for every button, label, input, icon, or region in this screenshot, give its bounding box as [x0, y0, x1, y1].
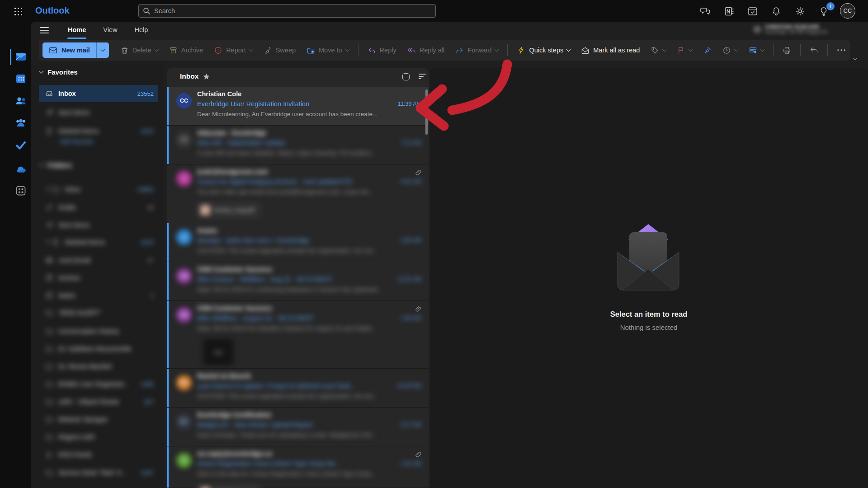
- search-box[interactable]: [138, 4, 436, 18]
- add-favorite-link[interactable]: Add favorite: [60, 138, 94, 145]
- folder-item[interactable]: Dr. Kathleen Mussomelle: [39, 341, 158, 357]
- attachment-image[interactable]: rbr: [203, 339, 233, 365]
- folder-item[interactable]: LMS - URport Roster327: [39, 394, 158, 409]
- sidebar-item-sent[interactable]: Sent Items: [39, 105, 158, 120]
- todo-check-icon[interactable]: [15, 139, 27, 151]
- folder-item[interactable]: Inbox23552: [39, 182, 158, 197]
- avatar: CS: [176, 268, 192, 284]
- app-launcher-icon[interactable]: [14, 7, 23, 16]
- folder-item[interactable]: Notes3: [39, 288, 158, 303]
- message-subject: Everbridge User Registration Invitation: [197, 100, 387, 108]
- more-apps-icon[interactable]: [15, 185, 27, 197]
- chat-icon[interactable]: [700, 6, 711, 17]
- flag-button[interactable]: [672, 42, 697, 58]
- forward-button[interactable]: Forward: [450, 42, 503, 58]
- message-sender: CNN Customer Success: [197, 266, 378, 273]
- print-button[interactable]: [778, 42, 796, 58]
- favorite-star-icon[interactable]: [203, 73, 210, 80]
- message-row[interactable]: CC Christian Cole Everbridge User Regist…: [167, 87, 429, 126]
- new-mail-button[interactable]: New mail: [42, 42, 109, 58]
- paperclip-icon: [415, 451, 422, 458]
- folder-item[interactable]: Conversation History: [39, 324, 158, 339]
- archive-icon: [45, 274, 53, 282]
- command-bar: New mail Delete Archive Report Sweep Mov…: [39, 40, 850, 61]
- rail-active-indicator: [10, 49, 11, 65]
- account-storage-info[interactable]: CHRISTIAN YEAR-END Everbridge 145 MB Fla…: [753, 24, 844, 34]
- collapse-ribbon-icon[interactable]: [854, 53, 857, 61]
- reply-label: Reply: [380, 47, 396, 54]
- reply-button[interactable]: Reply: [363, 42, 401, 58]
- folder-item[interactable]: RSS Feeds: [39, 447, 158, 462]
- message-row[interactable]: J jrodr@hostgroom.com Invoice for digita…: [167, 164, 429, 223]
- folder-item[interactable]: Archive: [39, 270, 158, 286]
- new-mail-dropdown[interactable]: [97, 50, 109, 51]
- message-row[interactable]: RA Rachel at Absorb Last chance to regis…: [167, 369, 429, 408]
- message-row[interactable]: AE Atlassian - Everbridge New HR - Stake…: [167, 126, 429, 164]
- message-row[interactable]: A Asana Monday - tasks due soon + Everbr…: [167, 223, 429, 262]
- scrollbar[interactable]: [425, 89, 428, 135]
- search-input[interactable]: [138, 4, 436, 18]
- message-row[interactable]: CS CNN Customer Success EBU Wildfires - …: [167, 301, 429, 369]
- filter-icon[interactable]: [419, 74, 426, 80]
- people-icon[interactable]: [15, 95, 27, 107]
- archive-button[interactable]: Archive: [164, 42, 208, 58]
- favorites-label: Favorites: [47, 68, 78, 76]
- folder-item[interactable]: EHMG User Registrati...2195: [39, 376, 158, 392]
- folder-icon: [52, 185, 60, 193]
- message-row[interactable]: EC Everbridge Certification BadgeCert - …: [167, 408, 429, 446]
- sidebar-item-deleted[interactable]: Deleted Items 2370: [39, 123, 158, 139]
- folder-item[interactable]: Deleted Items2370: [39, 235, 158, 250]
- rules-table-gear-icon: [749, 46, 757, 55]
- rules-button[interactable]: [744, 42, 769, 58]
- paper-plane-icon: [45, 221, 53, 229]
- message-time: 3:55 AM: [401, 237, 421, 244]
- tab-view[interactable]: View: [97, 24, 123, 35]
- delete-button[interactable]: Delete: [115, 42, 163, 58]
- undo-button[interactable]: [805, 42, 823, 58]
- favorites-header[interactable]: Favorites: [40, 68, 78, 76]
- mark-all-read-button[interactable]: Mark all as read: [576, 42, 645, 58]
- message-subject: EBU Wildfires - August 31 - 08:15 EEST: [197, 314, 387, 322]
- move-to-button[interactable]: Move to: [302, 42, 354, 58]
- folder-item[interactable]: Drafts38: [39, 200, 158, 215]
- sweep-button[interactable]: Sweep: [259, 42, 301, 58]
- message-time: 7:11 AM: [401, 140, 421, 146]
- folder-item[interactable]: Service Desk 'Task' S...1437: [39, 465, 158, 480]
- message-subject: Last chance to register: 5 ways to optim…: [197, 382, 387, 389]
- folder-item[interactable]: Dr. Renee Bachtel: [39, 359, 158, 374]
- sidebar-item-inbox[interactable]: Inbox 23552: [39, 85, 158, 102]
- quick-steps-button[interactable]: Quick steps: [512, 42, 575, 58]
- message-row[interactable]: CS CNN Customer Success EBU Greece - Wil…: [167, 262, 429, 301]
- report-button[interactable]: Report: [209, 42, 258, 58]
- folder-item[interactable]: Melanie Sprague: [39, 412, 158, 427]
- onenote-icon[interactable]: [724, 6, 735, 17]
- snooze-button[interactable]: [717, 42, 743, 58]
- more-options-button[interactable]: ···: [832, 42, 852, 58]
- folders-header[interactable]: Folders: [40, 161, 72, 169]
- mark-all-read-label: Mark all as read: [593, 47, 640, 54]
- calendar-icon[interactable]: [15, 73, 27, 84]
- notifications-bell-icon[interactable]: [771, 6, 782, 17]
- broom-icon: [264, 46, 272, 55]
- attachment-chip[interactable]: ActiveUsers.csv: [197, 484, 261, 488]
- message-preview: Date: 08-31-2024 It's continuing heatwav…: [197, 286, 414, 293]
- tab-help[interactable]: Help: [128, 24, 154, 35]
- message-row[interactable]: N no-reply@everbridge.co Active Registra…: [167, 446, 429, 488]
- select-mode-icon[interactable]: [402, 73, 410, 80]
- onedrive-cloud-icon[interactable]: [15, 164, 27, 175]
- folder-item[interactable]: Regent LMS: [39, 429, 158, 445]
- folder-item[interactable]: *MSG ALERT*: [39, 305, 158, 320]
- reply-all-button[interactable]: Reply all: [402, 42, 450, 58]
- attachment-chip[interactable]: Invoice_Aug.pdf: [197, 202, 261, 218]
- groups-icon[interactable]: [15, 117, 27, 129]
- account-avatar[interactable]: CC: [840, 3, 855, 19]
- categorize-button[interactable]: [646, 42, 671, 58]
- settings-gear-icon[interactable]: [795, 6, 806, 17]
- mail-icon[interactable]: [15, 51, 27, 63]
- day-view-icon[interactable]: [747, 6, 758, 17]
- pin-button[interactable]: [698, 42, 717, 58]
- folder-item[interactable]: Junk Email47: [39, 253, 158, 268]
- hamburger-menu-icon[interactable]: [40, 27, 49, 33]
- tab-home[interactable]: Home: [61, 24, 92, 35]
- folder-item[interactable]: Sent Items: [39, 217, 158, 233]
